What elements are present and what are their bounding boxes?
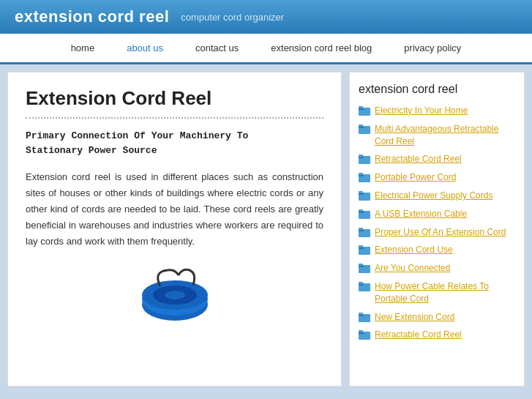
list-item: Are You Connected bbox=[359, 262, 515, 275]
svg-point-4 bbox=[165, 291, 185, 299]
list-item: Retractable Cord Reel bbox=[359, 329, 515, 341]
list-item: Electrical Power Supply Cords bbox=[359, 190, 515, 202]
sidebar-link[interactable]: Are You Connected bbox=[375, 262, 450, 275]
nav-blog[interactable]: extension cord reel blog bbox=[255, 34, 388, 64]
sidebar-link[interactable]: Portable Power Cord bbox=[375, 171, 456, 184]
page-heading: Extension Cord Reel bbox=[26, 87, 323, 119]
list-item: Retractable Cord Reel bbox=[359, 153, 515, 165]
sidebar-link[interactable]: Retractable Cord Reel bbox=[375, 329, 462, 341]
svg-rect-25 bbox=[359, 228, 363, 230]
svg-rect-13 bbox=[359, 154, 363, 157]
nav-bar: home about us contact us extension cord … bbox=[0, 34, 532, 64]
folder-icon bbox=[359, 227, 370, 237]
nav-about[interactable]: about us bbox=[110, 34, 179, 64]
list-item: A USB Extension Cable bbox=[359, 208, 515, 220]
folder-icon bbox=[359, 209, 370, 219]
nav-home[interactable]: home bbox=[55, 34, 111, 64]
sidebar-link[interactable]: Electricity In Your Home bbox=[375, 105, 468, 117]
sidebar-link[interactable]: Electrical Power Supply Cords bbox=[375, 190, 492, 202]
folder-icon bbox=[359, 124, 370, 134]
sidebar-link[interactable]: Extension Cord Use bbox=[375, 244, 453, 256]
list-item: Extension Cord Use bbox=[359, 244, 515, 256]
svg-rect-31 bbox=[359, 264, 363, 266]
sidebar-link[interactable]: New Extension Cord bbox=[375, 311, 454, 324]
cord-image bbox=[131, 264, 219, 323]
folder-icon bbox=[359, 172, 370, 182]
svg-rect-34 bbox=[359, 282, 363, 284]
svg-rect-19 bbox=[359, 191, 363, 193]
content-wrapper: Extension Cord Reel Primary Connection O… bbox=[0, 64, 532, 394]
site-title: extension cord reel bbox=[15, 7, 169, 26]
folder-icon bbox=[359, 281, 370, 291]
list-item: Electricity In Your Home bbox=[359, 105, 515, 117]
folder-icon bbox=[359, 329, 370, 340]
folder-icon bbox=[359, 190, 370, 201]
folder-icon bbox=[359, 263, 370, 273]
sidebar-link[interactable]: Multi Advantageous Retractable Cord Reel bbox=[375, 123, 515, 148]
svg-rect-16 bbox=[359, 173, 363, 175]
folder-icon bbox=[359, 105, 370, 116]
svg-rect-10 bbox=[359, 124, 363, 127]
folder-icon bbox=[359, 312, 370, 322]
sidebar-title: extension cord reel bbox=[359, 83, 515, 96]
svg-rect-40 bbox=[359, 330, 363, 332]
folder-icon bbox=[359, 245, 370, 255]
sidebar-link[interactable]: A USB Extension Cable bbox=[375, 208, 467, 220]
page-body: Extension cord reel is used in different… bbox=[26, 169, 323, 250]
list-item: Portable Power Cord bbox=[359, 171, 515, 184]
header-bar: extension cord reel computer cord organi… bbox=[0, 0, 532, 34]
list-item: Multi Advantageous Retractable Cord Reel bbox=[359, 123, 515, 148]
svg-rect-28 bbox=[359, 245, 363, 247]
svg-rect-37 bbox=[359, 313, 363, 315]
nav-privacy[interactable]: privacy policy bbox=[388, 34, 477, 64]
svg-rect-7 bbox=[359, 106, 363, 108]
list-item: Proper Use Of An Extension Cord bbox=[359, 226, 515, 239]
nav-contact[interactable]: contact us bbox=[179, 34, 255, 64]
sidebar-link[interactable]: Proper Use Of An Extension Cord bbox=[375, 226, 506, 239]
site-subtitle: computer cord organizer bbox=[181, 12, 284, 23]
folder-icon bbox=[359, 154, 370, 164]
sidebar-link[interactable]: How Power Cable Relates To Portable Cord bbox=[375, 280, 515, 305]
sidebar-link[interactable]: Retractable Cord Reel bbox=[375, 153, 462, 165]
svg-rect-22 bbox=[359, 209, 363, 212]
sidebar: extension cord reel Electricity In Your … bbox=[349, 72, 525, 387]
page-subheading: Primary Connection Of Your Machinery ToS… bbox=[26, 129, 323, 157]
main-content: Extension Cord Reel Primary Connection O… bbox=[7, 72, 342, 387]
list-item: How Power Cable Relates To Portable Cord bbox=[359, 280, 515, 305]
list-item: New Extension Cord bbox=[359, 311, 515, 324]
